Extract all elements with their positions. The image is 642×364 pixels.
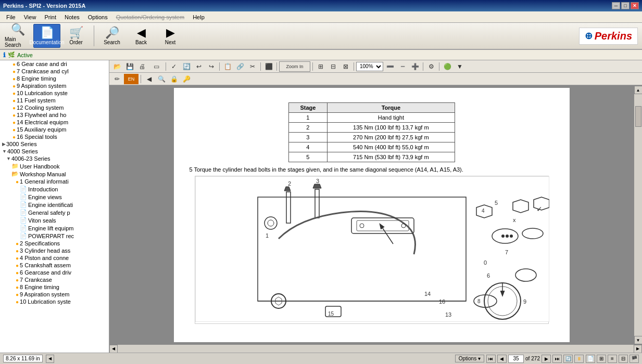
doc-btn-fit-page[interactable]: ⊞ <box>315 61 326 72</box>
tree-item-1-general[interactable]: ● 1 General informati <box>0 178 109 185</box>
zoom-dropdown[interactable]: 100% 75% 125% 150% <box>356 62 383 71</box>
menu-file[interactable]: File <box>2 13 20 21</box>
doc-btn-zoom-out[interactable]: ⊠ <box>340 61 351 72</box>
tree-item-5-crankshaft[interactable]: ● 5 Crankshaft assem <box>0 262 109 269</box>
scroll-track[interactable] <box>635 94 642 336</box>
close-button[interactable]: ✕ <box>631 2 639 9</box>
documentation-button[interactable]: 📄 Documentation <box>33 24 60 48</box>
doc-btn-t2-1[interactable]: ✏ <box>111 74 123 84</box>
doc-btn-print[interactable]: ▭ <box>149 61 163 72</box>
tree-item-general-safety[interactable]: 📄 General safety p <box>0 209 109 216</box>
doc-btn-zoom-line[interactable]: ━ <box>397 61 408 72</box>
doc-btn-t2-3[interactable]: ◀ <box>143 74 155 84</box>
tree-item-7-crankcase[interactable]: ● 7 Crankcase <box>0 276 109 283</box>
doc-btn-3[interactable]: 🖨 <box>136 61 148 72</box>
search-button[interactable]: 🔎 Search <box>98 24 125 48</box>
scroll-up-btn[interactable]: ▲ <box>634 86 643 94</box>
doc-btn-undo[interactable]: ↩ <box>193 61 205 72</box>
main-search-button[interactable]: 🔍 Main Search <box>4 24 31 48</box>
menu-quotation[interactable]: Quotation/Ordering system <box>112 13 188 21</box>
menu-view[interactable]: View <box>20 13 41 21</box>
doc-btn-refresh2[interactable]: 🟢 <box>442 61 453 72</box>
tree-item-gear-case[interactable]: ● 6 Gear case and dri <box>0 60 109 68</box>
nav-first-btn[interactable]: ⏮ <box>486 355 496 363</box>
status-icon-flag[interactable]: 🏴 <box>630 355 639 363</box>
doc-btn-more[interactable]: ▼ <box>454 61 465 72</box>
menu-print[interactable]: Print <box>40 13 60 21</box>
doc-btn-t2-6[interactable]: 🔑 <box>181 74 192 84</box>
expand-4000[interactable]: ▼ <box>2 149 7 154</box>
tree-item-4006-23[interactable]: ▼ 4006-23 Series <box>0 155 109 162</box>
tree-item-powerpart[interactable]: 📄 POWERPART rec <box>0 232 109 240</box>
doc-btn-t2-4[interactable]: 🔍 <box>156 74 167 84</box>
tree-item-electrical[interactable]: ● 14 Electrical equipm <box>0 119 109 126</box>
h-scroll-right-btn[interactable]: ▶ <box>634 345 642 353</box>
doc-btn-zoom-in[interactable]: Zoom In <box>279 61 310 72</box>
doc-btn-highlight[interactable]: ⬛ <box>263 61 274 72</box>
back-button[interactable]: ◀ Back <box>128 24 155 48</box>
tree-item-3000-series[interactable]: ▶ 3000 Series <box>0 140 109 148</box>
menu-options[interactable]: Options <box>84 13 112 21</box>
doc-btn-1[interactable]: 📂 <box>111 61 123 72</box>
tree-item-6-gearcase[interactable]: ● 6 Gearcase and driv <box>0 269 109 276</box>
tree-item-9-aspiration[interactable]: ● 9 Aspiration system <box>0 291 109 298</box>
doc-btn-zoom-plus[interactable]: ➕ <box>409 61 421 72</box>
status-icon-grid[interactable]: ⊞ <box>597 355 606 363</box>
nav-refresh-btn[interactable]: 🔄 <box>563 355 573 363</box>
tree-item-8-engine[interactable]: ● 8 Engine timing <box>0 283 109 291</box>
h-scroll-track[interactable] <box>118 345 634 353</box>
tree-item-engine-views[interactable]: 📄 Engine views <box>0 193 109 201</box>
menu-notes[interactable]: Notes <box>60 13 84 21</box>
page-number-input[interactable]: 35 <box>508 355 524 363</box>
tree-item-aspiration[interactable]: ● 9 Aspiration system <box>0 82 109 89</box>
tree-item-2-specs[interactable]: ● 2 Specifications <box>0 240 109 247</box>
tree-item-special-tools[interactable]: ● 16 Special tools <box>0 133 109 140</box>
doc-btn-fit-width[interactable]: ⊟ <box>328 61 339 72</box>
tree-item-4000-series[interactable]: ▼ 4000 Series <box>0 148 109 155</box>
status-icon-list[interactable]: ≡ <box>608 355 617 363</box>
tree-item-introduction[interactable]: 📄 Introduction <box>0 185 109 193</box>
tree-item-engine-lift[interactable]: 📄 Engine lift equipm <box>0 224 109 232</box>
minimize-button[interactable]: ─ <box>612 2 620 9</box>
nav-next-btn[interactable]: ▶ <box>542 355 551 363</box>
doc-btn-redo[interactable]: ↪ <box>206 61 217 72</box>
doc-btn-check[interactable]: ✓ <box>168 61 180 72</box>
tree-item-lubrication[interactable]: ● 10 Lubrication syste <box>0 89 109 97</box>
status-icon-cols[interactable]: ⊟ <box>619 355 628 363</box>
tree-item-workshop-manual[interactable]: 📂 Workshop Manual <box>0 170 109 178</box>
scroll-thumb[interactable] <box>635 106 641 127</box>
tree-item-viton[interactable]: 📄 Viton seals <box>0 216 109 224</box>
next-button[interactable]: ▶ Next <box>157 24 184 48</box>
doc-btn-settings[interactable]: ⚙ <box>425 61 437 72</box>
tree-item-3-cylinder[interactable]: ● 3 Cylinder head ass <box>0 247 109 254</box>
horizontal-scrollbar[interactable]: ◀ ▶ <box>109 344 642 353</box>
tree-item-flywheel[interactable]: ● 13 Flywheel and ho <box>0 111 109 119</box>
menu-help[interactable]: Help <box>188 13 209 21</box>
nav-last-btn[interactable]: ⏭ <box>552 355 562 363</box>
h-scroll-left-btn[interactable]: ◀ <box>109 345 118 353</box>
tree-item-4-piston[interactable]: ● 4 Piston and conne <box>0 254 109 262</box>
tree-item-engine-id[interactable]: 📄 Engine identificati <box>0 201 109 209</box>
doc-btn-5[interactable]: 📋 <box>222 61 233 72</box>
doc-btn-7[interactable]: ✂ <box>247 61 258 72</box>
maximize-button[interactable]: □ <box>621 2 630 9</box>
tree-item-user-handbook[interactable]: 📁 User Handbook <box>0 162 109 170</box>
expand-4006[interactable]: ▼ <box>6 156 11 161</box>
tree-item-crankcase[interactable]: ● 7 Crankcase and cyl <box>0 68 109 75</box>
order-button[interactable]: 🛒 Order <box>62 24 90 48</box>
doc-btn-refresh[interactable]: 🔄 <box>181 61 192 72</box>
nav-prev-btn[interactable]: ◀ <box>497 355 507 363</box>
nav-stop-btn[interactable]: ⏸ <box>574 355 584 363</box>
options-button[interactable]: Options ▾ <box>455 355 484 362</box>
doc-btn-2[interactable]: 💾 <box>124 61 135 72</box>
tree-item-auxiliary[interactable]: ● 15 Auxiliary equipm <box>0 126 109 133</box>
doc-btn-t2-2[interactable]: EN <box>124 74 139 84</box>
status-h-scroll[interactable]: ◀ <box>46 355 54 363</box>
doc-btn-t2-5[interactable]: 🔒 <box>168 74 180 84</box>
vertical-scrollbar[interactable]: ▲ ▼ <box>634 86 642 344</box>
scroll-down-btn[interactable]: ▼ <box>634 336 643 344</box>
doc-btn-zoom-minus[interactable]: ➖ <box>384 61 396 72</box>
doc-btn-6[interactable]: 🔗 <box>234 61 246 72</box>
tree-item-10-lubrication[interactable]: ● 10 Lubrication syste <box>0 298 109 305</box>
tree-item-engine-timing[interactable]: ● 8 Engine timing <box>0 75 109 82</box>
